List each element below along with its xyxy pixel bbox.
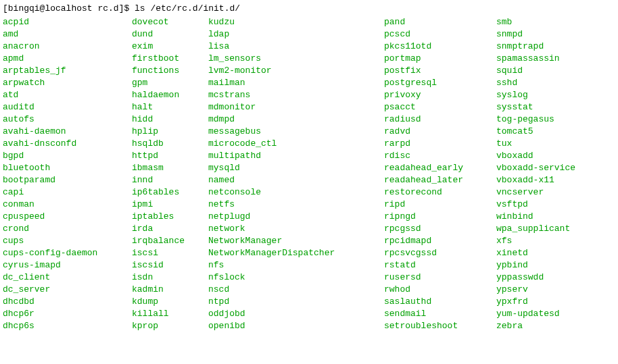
file-entry: rdisc: [384, 150, 496, 162]
file-entry: setroubleshoot: [384, 320, 496, 332]
file-entry: xfs: [496, 235, 575, 247]
prompt-command: ls /etc/rc.d/init.d/: [135, 3, 240, 14]
file-entry: nfs: [208, 259, 384, 271]
file-entry: conman: [3, 199, 132, 211]
file-entry: hsqldb: [132, 138, 208, 150]
file-entry: mysqld: [208, 162, 384, 174]
file-entry: yppasswdd: [496, 271, 575, 284]
file-entry: avahi-dnsconfd: [3, 138, 132, 150]
file-entry: iscsi: [132, 247, 208, 259]
file-entry: wpa_supplicant: [496, 223, 575, 235]
file-entry: rstatd: [384, 259, 496, 271]
file-entry: firstboot: [132, 53, 208, 65]
file-entry: network: [208, 223, 384, 235]
file-entry: ypxfrd: [496, 296, 575, 308]
file-entry: nfslock: [208, 271, 384, 284]
file-entry: openibd: [208, 320, 384, 332]
file-entry: avahi-daemon: [3, 126, 132, 138]
file-entry: vboxadd-service: [496, 162, 575, 174]
file-entry: bgpd: [3, 150, 132, 162]
file-entry: cups-config-daemon: [3, 247, 132, 259]
file-entry: irqbalance: [132, 235, 208, 247]
file-entry: named: [208, 174, 384, 186]
file-entry: ripngd: [384, 211, 496, 223]
file-entry: haldaemon: [132, 89, 208, 101]
file-entry: tux: [496, 138, 575, 150]
file-entry: mailman: [208, 77, 384, 89]
file-entry: acpid: [3, 16, 132, 28]
file-entry: spamassassin: [496, 53, 575, 65]
file-entry: vboxadd: [496, 150, 575, 162]
file-entry: privoxy: [384, 89, 496, 101]
file-entry: sshd: [496, 77, 575, 89]
file-entry: kadmin: [132, 284, 208, 296]
file-entry: irda: [132, 223, 208, 235]
file-entry: radvd: [384, 126, 496, 138]
file-entry: dc_client: [3, 271, 132, 284]
file-entry: kudzu: [208, 16, 384, 28]
file-entry: ripd: [384, 199, 496, 211]
file-entry: kprop: [132, 320, 208, 332]
file-entry: saslauthd: [384, 296, 496, 308]
file-entry: NetworkManagerDispatcher: [208, 247, 384, 259]
file-entry: vboxadd-x11: [496, 174, 575, 186]
file-entry: functions: [132, 65, 208, 77]
file-entry: cyrus-imapd: [3, 259, 132, 271]
file-entry: arpwatch: [3, 77, 132, 89]
file-entry: killall: [132, 308, 208, 320]
file-entry: dhcp6r: [3, 308, 132, 320]
file-entry: bluetooth: [3, 162, 132, 174]
file-entry: crond: [3, 223, 132, 235]
file-entry: ntpd: [208, 296, 384, 308]
file-entry: yum-updatesd: [496, 308, 575, 320]
file-entry: microcode_ctl: [208, 138, 384, 150]
file-entry: netconsole: [208, 186, 384, 199]
file-entry: rpcidmapd: [384, 235, 496, 247]
file-entry: ypserv: [496, 284, 575, 296]
file-entry: tomcat5: [496, 126, 575, 138]
file-entry: lvm2-monitor: [208, 65, 384, 77]
file-entry: readahead_early: [384, 162, 496, 174]
file-entry: rpcgssd: [384, 223, 496, 235]
file-entry: pkcs11otd: [384, 41, 496, 53]
file-entry: mdmonitor: [208, 101, 384, 113]
file-entry: halt: [132, 101, 208, 113]
file-entry: ypbind: [496, 259, 575, 271]
file-entry: dovecot: [132, 16, 208, 28]
file-entry: iscsid: [132, 259, 208, 271]
file-entry: capi: [3, 186, 132, 199]
file-entry: portmap: [384, 53, 496, 65]
file-entry: vsftpd: [496, 199, 575, 211]
file-entry: cpuspeed: [3, 211, 132, 223]
file-entry: psacct: [384, 101, 496, 113]
file-entry: ldap: [208, 28, 384, 41]
file-entry: pand: [384, 16, 496, 28]
file-entry: vncserver: [496, 186, 575, 199]
file-entry: anacron: [3, 41, 132, 53]
file-entry: postfix: [384, 65, 496, 77]
listing-column-3: kudzuldaplisalm_sensorslvm2-monitormailm…: [208, 16, 384, 332]
prompt-prefix: [bingqi@localhost rc.d]$: [3, 3, 135, 14]
file-entry: sendmail: [384, 308, 496, 320]
file-entry: kdump: [132, 296, 208, 308]
file-entry: mcstrans: [208, 89, 384, 101]
file-entry: postgresql: [384, 77, 496, 89]
file-entry: lisa: [208, 41, 384, 53]
file-entry: autofs: [3, 113, 132, 126]
file-entry: rwhod: [384, 284, 496, 296]
file-entry: amd: [3, 28, 132, 41]
file-entry: dc_server: [3, 284, 132, 296]
file-entry: snmptrapd: [496, 41, 575, 53]
file-entry: isdn: [132, 271, 208, 284]
file-entry: NetworkManager: [208, 235, 384, 247]
file-entry: bootparamd: [3, 174, 132, 186]
file-entry: dund: [132, 28, 208, 41]
file-entry: ip6tables: [132, 186, 208, 199]
file-entry: httpd: [132, 150, 208, 162]
file-entry: messagebus: [208, 126, 384, 138]
file-entry: tog-pegasus: [496, 113, 575, 126]
file-entry: mdmpd: [208, 113, 384, 126]
file-entry: rusersd: [384, 271, 496, 284]
prompt-line: [bingqi@localhost rc.d]$ ls /etc/rc.d/in…: [3, 3, 618, 15]
file-entry: smb: [496, 16, 575, 28]
